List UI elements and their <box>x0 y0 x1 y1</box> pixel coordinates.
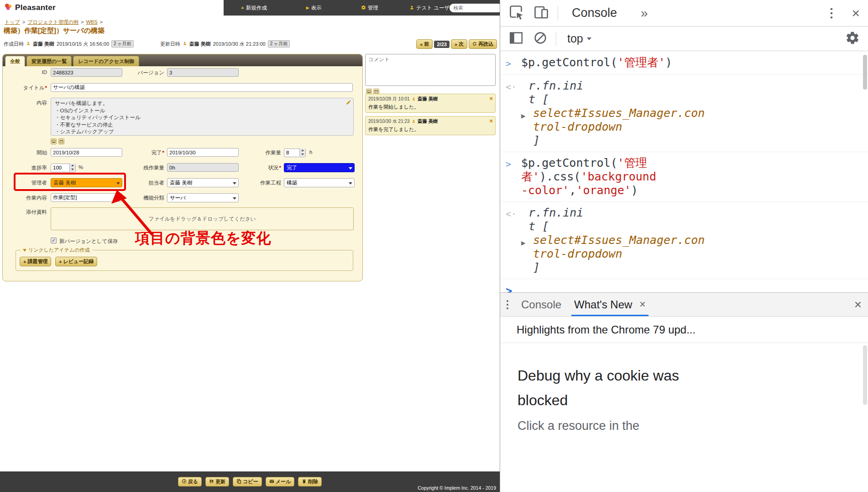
breadcrumb-link-wbs[interactable]: WBS <box>86 19 97 25</box>
breadcrumb-separator: > <box>81 19 84 25</box>
owner-select[interactable]: 斎藤 美樹 <box>167 178 239 187</box>
complete-label: 完了* <box>122 149 164 156</box>
manager-label: 管理者 <box>3 180 47 186</box>
progress-stepper[interactable] <box>51 163 76 172</box>
tab-console[interactable]: Console <box>572 6 617 20</box>
copy-button[interactable]: コピー <box>233 477 262 487</box>
reload-button[interactable]: 再読込 <box>469 39 497 49</box>
remaining-field[interactable] <box>167 163 239 172</box>
console-prompt[interactable]: > <box>500 279 868 292</box>
breadcrumb: トップ>プロジェクト管理の例>WBS> <box>5 19 105 26</box>
kebab-menu-icon[interactable] <box>831 8 833 18</box>
worktype-field[interactable] <box>51 193 122 202</box>
status-select[interactable]: 完了 <box>284 163 355 172</box>
delete-button[interactable]: 削除 <box>298 477 322 487</box>
comments-panel: 2019/10/28 月 10:01 斎藤 美樹 × 作業を開始しました。 20… <box>365 54 497 88</box>
edit-pencil-icon[interactable] <box>346 100 351 107</box>
back-button[interactable]: 戻る <box>178 477 202 487</box>
drawer-tab-console[interactable]: Console <box>521 293 561 316</box>
category-select[interactable]: サーバ <box>167 193 239 202</box>
tab-history[interactable]: 変更履歴の一覧 <box>26 56 72 66</box>
next-record-button[interactable]: » 次 <box>451 39 467 49</box>
dom-element-preview[interactable]: select#Issues_Manager.control-dropdown <box>533 233 708 261</box>
id-field[interactable] <box>51 68 122 77</box>
breadcrumb-link-home[interactable]: トップ <box>5 19 20 25</box>
pleasanter-logo-icon <box>4 2 13 13</box>
workload-unit: h <box>309 149 312 155</box>
workload-stepper[interactable] <box>284 148 306 157</box>
linked-items-legend[interactable]: リンクしたアイテムの作成 <box>21 247 92 254</box>
close-devtools-icon[interactable]: × <box>852 6 860 20</box>
body-label: 内容 <box>3 100 47 106</box>
clear-console-icon[interactable] <box>533 31 548 47</box>
more-tabs-icon[interactable]: » <box>641 6 648 21</box>
drawer-kebab-menu-icon[interactable] <box>507 300 508 309</box>
category-label: 機能分類 <box>122 195 164 201</box>
tab-access-control[interactable]: レコードのアクセス制御 <box>73 56 139 66</box>
worktype-label: 作業内容 <box>3 195 47 201</box>
title-field[interactable] <box>51 83 353 92</box>
add-review-button[interactable]: + レビュー記録 <box>55 257 97 266</box>
view-menu-button[interactable]: ▶ 表示 <box>306 5 322 11</box>
comment-input[interactable] <box>365 54 496 86</box>
tab-general[interactable]: 全般 <box>5 56 25 66</box>
spinner-buttons[interactable] <box>69 164 75 171</box>
update-button[interactable]: 更新 <box>205 477 229 487</box>
settings-gear-icon[interactable] <box>845 31 860 47</box>
prev-record-button[interactable]: « 前 <box>416 39 433 49</box>
user-icon <box>409 5 414 11</box>
delete-comment-icon[interactable]: × <box>489 117 493 124</box>
whats-new-article-title[interactable]: Debug why a cookie was blocked <box>518 363 718 413</box>
devtools-panel: Console » × top > $p.getControl('管理者') <box>500 0 868 492</box>
page-title: 構築）作業[定型]）サーバの構築 <box>4 26 105 35</box>
save-new-version-checkbox[interactable]: ✓ <box>51 238 57 243</box>
user-menu-button[interactable]: テスト ユーザ <box>409 5 450 11</box>
console-log: > $p.getControl('管理者') <· r.fn.init [ ▶ … <box>500 52 868 292</box>
context-selector[interactable]: top <box>567 32 591 45</box>
chevron-down-icon <box>349 182 352 185</box>
start-date-field[interactable] <box>51 148 122 157</box>
image-upload-icon[interactable] <box>51 138 57 144</box>
search-input[interactable] <box>450 4 502 12</box>
start-label: 開始 <box>3 149 47 156</box>
process-select[interactable]: 構築 <box>284 178 355 187</box>
devtools-main-toolbar: Console » × <box>500 0 868 26</box>
spinner-buttons[interactable] <box>299 148 305 156</box>
disclosure-triangle-icon[interactable]: ▶ <box>521 106 533 123</box>
body-field[interactable]: サーバを構築します。 ・OSのインストール ・セキュリティパッチインストール ・… <box>51 98 354 136</box>
manager-select[interactable]: 斎藤 美樹 <box>51 178 122 187</box>
console-input-chevron-icon: > <box>506 56 521 70</box>
disclosure-triangle-icon[interactable]: ▶ <box>521 233 533 250</box>
drawer-tab-whats-new[interactable]: What's New × <box>574 293 646 316</box>
close-tab-icon[interactable]: × <box>639 298 645 311</box>
add-issue-button[interactable]: + 課題管理 <box>20 257 51 266</box>
version-field[interactable] <box>167 68 239 77</box>
admin-menu-button[interactable]: 管理 <box>361 5 378 11</box>
device-toolbar-icon[interactable] <box>533 4 549 22</box>
mail-button[interactable]: メール <box>266 477 295 487</box>
complete-date-field[interactable] <box>167 148 239 157</box>
pleasanter-logo[interactable]: Pleasanter <box>4 2 56 13</box>
id-label: ID <box>3 69 47 75</box>
app-footer-bar: 戻る 更新 コピー メール 削除 Copyright © Implem Inc.… <box>0 471 500 492</box>
progress-label: 進捗率 <box>3 164 47 171</box>
drawer-scrollbar[interactable] <box>863 345 867 405</box>
app-header: Pleasanter + 新規作成 ▶ 表示 管理 テスト ユーザ <box>0 0 500 16</box>
progress-unit: % <box>78 164 83 170</box>
inspect-icon[interactable] <box>508 4 525 22</box>
file-dropzone[interactable]: ファイルをドラッグ＆ドロップしてください <box>51 207 354 230</box>
console-scrollbar[interactable] <box>863 55 867 90</box>
calendar-icon[interactable] <box>58 138 64 144</box>
breadcrumb-link-project[interactable]: プロジェクト管理の例 <box>27 19 78 25</box>
dom-element-preview[interactable]: select#Issues_Manager.control-dropdown <box>533 106 708 134</box>
console-sidebar-icon[interactable] <box>508 30 524 48</box>
comment-datetime: 2019/10/28 月 10:01 <box>368 96 410 102</box>
record-meta: 作成日時 斎藤 美樹 2019/10/15 火 16:56:00 2 ヶ月前 更… <box>4 40 290 48</box>
prompt-chevron-icon: > <box>506 283 521 292</box>
console-output-arrow-icon: <· <box>506 206 521 221</box>
comment-text: 作業を開始しました。 <box>368 104 492 111</box>
new-record-button[interactable]: + 新規作成 <box>241 5 267 11</box>
chevron-down-icon <box>349 167 352 169</box>
delete-comment-icon[interactable]: × <box>489 95 493 102</box>
close-drawer-icon[interactable]: × <box>854 298 862 311</box>
